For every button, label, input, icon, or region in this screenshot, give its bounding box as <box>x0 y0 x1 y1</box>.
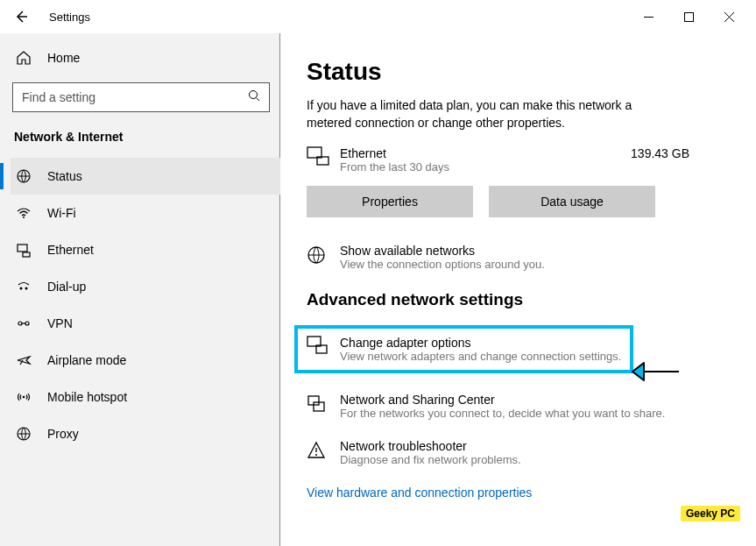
svg-rect-12 <box>307 147 321 158</box>
page-title: Status <box>307 58 742 86</box>
proxy-icon <box>16 426 32 442</box>
svg-point-1 <box>250 91 258 99</box>
minimize-button[interactable] <box>628 3 668 31</box>
search-input[interactable] <box>12 82 270 112</box>
ethernet-icon <box>16 242 32 258</box>
window-title: Settings <box>49 11 90 24</box>
home-icon <box>16 50 32 66</box>
metered-description: If you have a limited data plan, you can… <box>307 96 657 132</box>
content-pane: Status If you have a limited data plan, … <box>279 33 756 546</box>
svg-point-8 <box>18 322 22 325</box>
properties-button[interactable]: Properties <box>307 186 473 217</box>
ethernet-name: Ethernet <box>340 146 631 160</box>
show-networks-option[interactable]: Show available networks View the connect… <box>307 244 742 271</box>
svg-rect-0 <box>684 12 693 21</box>
svg-rect-4 <box>18 245 27 252</box>
search-icon <box>248 89 260 105</box>
data-usage-button[interactable]: Data usage <box>489 186 655 217</box>
hotspot-icon <box>16 389 32 405</box>
sharing-icon <box>307 394 331 417</box>
sharing-center-option[interactable]: Network and Sharing Center For the netwo… <box>307 393 742 420</box>
svg-point-7 <box>25 287 28 290</box>
sidebar-item-ethernet[interactable]: Ethernet <box>11 231 280 268</box>
sidebar-item-vpn[interactable]: VPN <box>11 305 280 342</box>
svg-point-3 <box>23 216 25 218</box>
home-label: Home <box>47 51 80 65</box>
svg-point-10 <box>23 396 25 399</box>
troubleshooter-option[interactable]: Network troubleshooter Diagnose and fix … <box>307 439 742 466</box>
svg-point-9 <box>25 322 29 325</box>
maximize-button[interactable] <box>668 3 709 31</box>
sidebar-item-hotspot[interactable]: Mobile hotspot <box>11 379 280 415</box>
ethernet-sub: From the last 30 days <box>340 160 631 174</box>
sidebar: Home Network & Internet Status Wi-Fi Eth… <box>0 33 280 546</box>
svg-point-19 <box>315 454 317 456</box>
globe-icon <box>307 245 331 268</box>
hardware-properties-link[interactable]: View hardware and connection properties <box>307 486 742 500</box>
watermark: Geeky PC <box>681 506 740 521</box>
advanced-heading: Advanced network settings <box>307 290 742 309</box>
sidebar-item-wifi[interactable]: Wi-Fi <box>11 195 280 231</box>
ethernet-usage-size: 139.43 GB <box>631 146 689 160</box>
sidebar-item-airplane[interactable]: Airplane mode <box>11 342 280 379</box>
airplane-icon <box>16 352 32 368</box>
ethernet-adapter-icon <box>307 146 331 169</box>
status-icon <box>16 168 32 184</box>
adapter-icon <box>307 336 331 358</box>
wifi-icon <box>16 205 32 221</box>
sidebar-category: Network & Internet <box>11 124 280 154</box>
svg-point-6 <box>20 287 23 290</box>
change-adapter-option[interactable]: Change adapter options View network adap… <box>294 325 633 373</box>
sidebar-item-proxy[interactable]: Proxy <box>11 415 280 452</box>
warning-icon <box>307 441 331 464</box>
sidebar-item-dialup[interactable]: Dial-up <box>11 268 280 305</box>
sidebar-home[interactable]: Home <box>11 40 280 75</box>
annotation-arrow-icon <box>631 354 683 393</box>
sidebar-item-status[interactable]: Status <box>11 158 280 195</box>
close-button[interactable] <box>709 3 749 31</box>
back-button[interactable] <box>7 3 35 31</box>
dialup-icon <box>16 279 32 294</box>
vpn-icon <box>16 316 32 331</box>
ethernet-row: Ethernet From the last 30 days 139.43 GB <box>307 146 742 174</box>
svg-rect-5 <box>23 252 30 257</box>
